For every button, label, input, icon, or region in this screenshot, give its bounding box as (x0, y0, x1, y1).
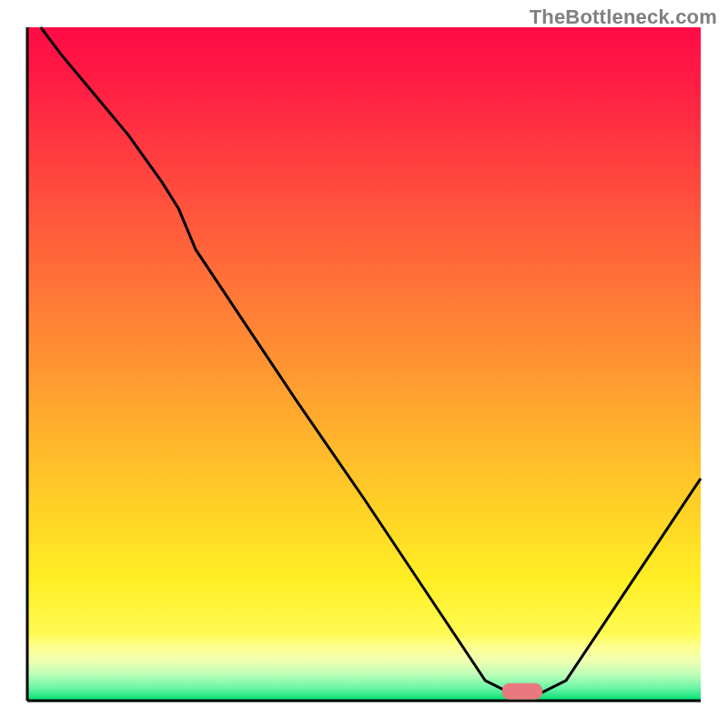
bottleneck-chart: TheBottleneck.com (0, 0, 728, 728)
chart-canvas (0, 0, 728, 728)
optimal-marker (502, 683, 542, 700)
plot-background (27, 27, 701, 701)
attribution-label: TheBottleneck.com (530, 5, 717, 29)
